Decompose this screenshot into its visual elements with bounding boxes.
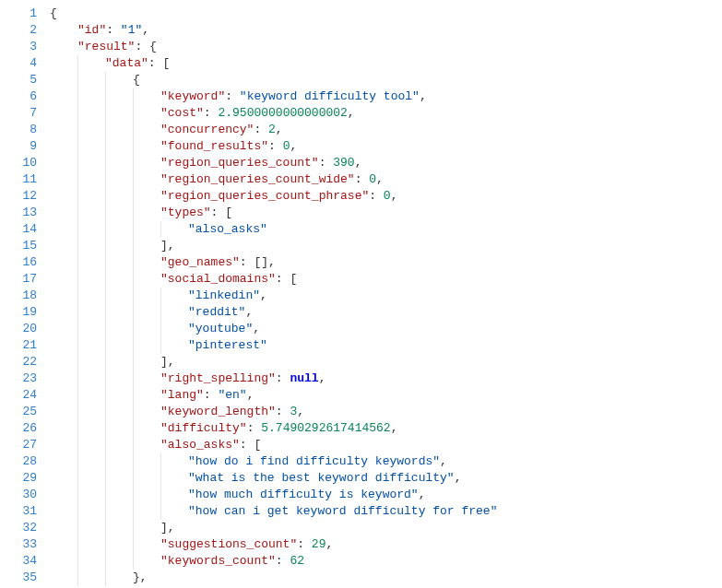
code-line: ], <box>50 238 497 254</box>
json-number: 0 <box>384 188 391 205</box>
code-line: }, <box>50 570 497 586</box>
json-string: "keyword difficulty tool" <box>240 88 420 105</box>
line-number: 32 <box>0 520 37 536</box>
json-punctuation: , <box>253 321 260 337</box>
code-line: ], <box>50 354 497 370</box>
json-punctuation: , <box>290 138 297 155</box>
code-line: "social_domains": [ <box>50 271 497 288</box>
code-line: "result": { <box>50 39 497 55</box>
code-line: "concurrency": 2, <box>50 122 497 138</box>
json-key: "cost" <box>160 105 204 122</box>
json-punctuation: : <box>254 122 268 138</box>
code-line: { <box>50 72 497 88</box>
line-number-gutter: 1234567891011121314151617181920212223242… <box>0 0 44 588</box>
json-punctuation: : <box>369 188 384 205</box>
json-punctuation: : <box>319 155 334 171</box>
line-number: 30 <box>0 487 37 503</box>
code-line: "geo_names": [], <box>50 254 497 271</box>
code-line: "how much difficulty is keyword", <box>50 487 497 503</box>
json-punctuation: : [ <box>211 205 232 221</box>
json-punctuation: , <box>391 420 398 437</box>
json-string: "pinterest" <box>188 337 267 354</box>
json-punctuation: : <box>268 138 283 155</box>
json-punctuation: , <box>420 88 427 105</box>
line-number: 24 <box>0 387 37 404</box>
code-line: "what is the best keyword difficulty", <box>50 470 497 487</box>
line-number: 23 <box>0 370 37 387</box>
json-key: "lang" <box>160 387 204 404</box>
json-key: "keyword" <box>160 88 225 105</box>
json-string: "how can i get keyword difficulty for fr… <box>188 503 497 520</box>
json-key: "id" <box>77 22 106 39</box>
json-number: 2 <box>268 122 276 138</box>
json-keyword: null <box>290 370 318 387</box>
code-line: "linkedin", <box>50 288 497 304</box>
json-punctuation: , <box>276 122 283 138</box>
code-line: "difficulty": 5.7490292617414562, <box>50 420 497 437</box>
json-key: "geo_names" <box>160 254 240 271</box>
line-number: 25 <box>0 404 37 420</box>
json-key: "concurrency" <box>160 122 254 138</box>
json-number: 29 <box>312 536 326 553</box>
line-number: 8 <box>0 122 37 138</box>
line-number: 17 <box>0 271 37 288</box>
line-number: 20 <box>0 321 37 337</box>
line-number: 31 <box>0 503 37 520</box>
json-punctuation: : <box>297 536 312 553</box>
json-punctuation: ], <box>160 520 175 536</box>
code-editor: 1234567891011121314151617181920212223242… <box>0 0 722 588</box>
json-number: 0 <box>283 138 290 155</box>
json-key: "suggestions_count" <box>160 536 297 553</box>
json-punctuation: : <box>276 404 290 420</box>
json-punctuation: : <box>225 88 240 105</box>
json-string: "youtube" <box>188 321 253 337</box>
json-number: 0 <box>369 171 376 188</box>
json-key: "region_queries_count_wide" <box>160 171 355 188</box>
line-number: 33 <box>0 536 37 553</box>
json-punctuation: { <box>50 6 57 22</box>
code-line: "data": [ <box>50 55 497 72</box>
json-punctuation: , <box>142 22 149 39</box>
code-line: "also_asks": [ <box>50 437 497 453</box>
json-key: "keywords_count" <box>160 553 276 570</box>
json-punctuation: , <box>419 487 426 503</box>
json-number: 2.9500000000000002 <box>218 105 347 122</box>
json-key: "social_domains" <box>160 271 276 288</box>
json-number: 62 <box>290 553 304 570</box>
code-line: "keyword": "keyword difficulty tool", <box>50 88 497 105</box>
json-punctuation: ], <box>160 354 175 370</box>
line-number: 26 <box>0 420 37 437</box>
code-line: "id": "1", <box>50 22 497 39</box>
json-punctuation: , <box>455 470 462 487</box>
line-number: 15 <box>0 238 37 254</box>
json-punctuation: : <box>247 420 262 437</box>
line-number: 21 <box>0 337 37 354</box>
json-string: "also_asks" <box>188 221 267 238</box>
code-line: "pinterest" <box>50 337 497 354</box>
json-key: "also_asks" <box>160 437 240 453</box>
line-number: 11 <box>0 171 37 188</box>
json-punctuation: }, <box>133 570 148 586</box>
json-string: "how do i find difficulty keywords" <box>188 453 440 470</box>
line-number: 19 <box>0 304 37 321</box>
line-number: 9 <box>0 138 37 155</box>
json-string: "reddit" <box>188 304 245 321</box>
line-number: 16 <box>0 254 37 271</box>
json-punctuation: : <box>276 370 290 387</box>
json-key: "types" <box>160 205 211 221</box>
json-number: 3 <box>290 404 297 420</box>
json-punctuation: : <box>204 387 219 404</box>
json-punctuation: : { <box>135 39 156 55</box>
line-number: 12 <box>0 188 37 205</box>
json-punctuation: : <box>355 171 370 188</box>
json-punctuation: : [], <box>240 254 276 271</box>
code-content: {"id": "1","result": {"data": [{"keyword… <box>44 0 497 588</box>
line-number: 18 <box>0 288 37 304</box>
json-string: "what is the best keyword difficulty" <box>188 470 455 487</box>
line-number: 13 <box>0 205 37 221</box>
json-punctuation: : [ <box>276 271 297 288</box>
code-line: "youtube", <box>50 321 497 337</box>
line-number: 14 <box>0 221 37 238</box>
code-line: "cost": 2.9500000000000002, <box>50 105 497 122</box>
json-key: "right_spelling" <box>160 370 276 387</box>
